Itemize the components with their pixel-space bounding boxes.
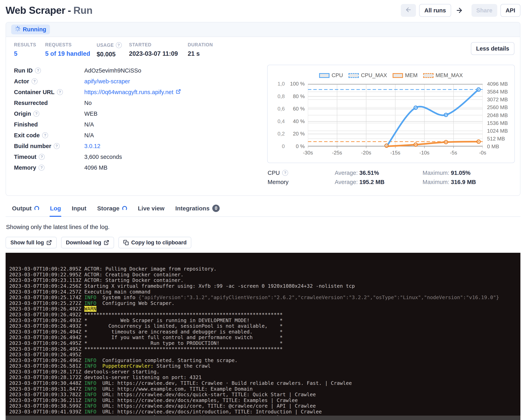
- stat-value[interactable]: 5: [14, 50, 45, 57]
- tab-log[interactable]: Log: [50, 202, 61, 216]
- log-line: 2023-03-07T10:09:26.495Z: [9, 352, 520, 358]
- stat-label: RESULTS: [14, 42, 45, 48]
- share-button[interactable]: Share: [472, 4, 497, 17]
- tab-storage[interactable]: Storage: [97, 202, 128, 216]
- log-text: Configuration completed. Starting the sc…: [96, 358, 238, 363]
- detail-label-text: Memory: [14, 164, 36, 171]
- axis-tick-label: 4096 MB: [487, 81, 517, 87]
- legend-item-mem[interactable]: MEM: [393, 72, 418, 79]
- legend-item-cpu_max[interactable]: CPU_MAX: [348, 72, 387, 79]
- log-text: URL: https://crawlee.dev/docs/examples, …: [96, 397, 298, 403]
- stat-results: RESULTS5: [14, 42, 45, 57]
- stat-label-text: REQUESTS: [45, 42, 72, 48]
- detail-row: Memory4096 MB: [14, 162, 267, 173]
- axis-tick-label: 0 MB: [487, 143, 517, 150]
- log-timestamp: 2023-03-07T10:09:26.581Z: [9, 363, 81, 369]
- memory-label: Memory: [268, 179, 335, 185]
- log-line: 2023-03-07T10:09:38.599Z INFO URL: https…: [9, 403, 520, 409]
- help-icon[interactable]: [33, 111, 39, 117]
- detail-label-text: Finished: [14, 121, 38, 128]
- title-separator: -: [68, 5, 71, 16]
- detail-value-text: N/A: [84, 121, 94, 128]
- log-timestamp: 2023-03-07T10:09:26.496Z: [9, 358, 81, 363]
- detail-label: Resurrected: [14, 100, 84, 106]
- stat-usage: USAGE$0.005: [97, 42, 129, 58]
- detail-link[interactable]: 3.0.12: [84, 143, 101, 149]
- log-line: 2023-03-07T10:09:26.581Z INFO PuppeteerC…: [9, 363, 520, 369]
- less-details-button[interactable]: Less details: [471, 42, 515, 55]
- show-full-log-button[interactable]: Show full log: [6, 237, 57, 248]
- horizontal-scrollbar[interactable]: [6, 416, 520, 420]
- copy-icon: [123, 240, 129, 245]
- stat-value[interactable]: 5 of 19 handled: [45, 50, 97, 57]
- log-info: INFO: [81, 392, 96, 397]
- axis-tick-label: 0,2: [272, 131, 285, 137]
- detail-label-text: Resurrected: [14, 100, 48, 106]
- tab-integrations[interactable]: Integrations0: [175, 202, 220, 216]
- log-text: Starting X virtual framebuffer using: Xv…: [81, 283, 355, 289]
- log-info: INFO: [81, 295, 96, 300]
- stat-label: USAGE: [97, 42, 129, 48]
- help-icon[interactable]: [42, 132, 48, 138]
- log-line: 2023-03-07T10:09:26.493Z * Concurrency i…: [9, 323, 520, 329]
- axis-tick-label: 0,8: [272, 93, 285, 100]
- help-icon[interactable]: [282, 170, 288, 176]
- log-text: URL: https://crawlee.dev, TITLE: Crawlee…: [96, 380, 352, 386]
- stat-value: 2023-03-07 11:09: [129, 50, 188, 57]
- tab-input[interactable]: Input: [71, 202, 87, 216]
- memory-maximum: Maximum: 316.9 MB: [423, 179, 476, 185]
- help-icon[interactable]: [35, 68, 41, 73]
- axis-tick-label: 1536 MB: [487, 120, 517, 126]
- legend-item-mem_max[interactable]: MEM_MAX: [423, 72, 463, 79]
- help-icon[interactable]: [57, 89, 63, 95]
- header-actions: All runs Share API: [401, 4, 520, 17]
- axis-tick-label: 0,6: [272, 106, 285, 112]
- download-log-button[interactable]: Download log: [61, 237, 114, 248]
- api-button[interactable]: API: [500, 4, 520, 17]
- actor-title: Web Scraper: [6, 5, 65, 16]
- log-text: URL: https://crawlee.dev/docs/introducti…: [96, 409, 322, 415]
- axis-tick-label: -5s: [445, 150, 463, 156]
- log-line: 2023-03-07T10:09:26.494Z * If you want f…: [9, 335, 520, 340]
- log-info: INFO: [81, 380, 96, 386]
- details-section: Run IDAdOz5evimh9NCiSSoActorapify/web-sc…: [6, 59, 520, 195]
- detail-value[interactable]: 3.0.12: [84, 143, 101, 149]
- loading-spinner-icon: [34, 206, 39, 211]
- copy-log-to-clipboard-button[interactable]: Copy log to clipboard: [118, 237, 192, 248]
- log-timestamp: 2023-03-07T10:09:26.495Z: [9, 352, 81, 358]
- arrow-right-icon: [455, 7, 463, 14]
- legend-label: CPU: [332, 72, 343, 79]
- help-icon[interactable]: [31, 78, 38, 84]
- detail-value: AdOz5evimh9NCiSSo: [84, 67, 141, 74]
- next-run-button[interactable]: [454, 4, 464, 17]
- log-text: ACTOR: Starting Docker container.: [81, 277, 183, 283]
- help-icon[interactable]: [116, 42, 122, 48]
- detail-value[interactable]: https://0q64wnacgyft.runs.apify.net: [84, 89, 181, 95]
- legend-item-cpu[interactable]: CPU: [319, 72, 343, 79]
- log-line: 2023-03-07T10:09:36.211Z INFO URL: https…: [9, 398, 520, 403]
- help-icon[interactable]: [39, 165, 45, 171]
- help-icon[interactable]: [54, 143, 60, 149]
- tab-output[interactable]: Output: [11, 202, 40, 216]
- detail-value-text: No: [84, 100, 92, 106]
- button-label: Copy log to clipboard: [131, 240, 187, 246]
- axis-tick-label: 1,0: [272, 81, 285, 87]
- log-text: * Concurrency is limited, sessionPool is…: [81, 323, 283, 329]
- log-text: * Run type to PRODUCTION! *: [81, 340, 283, 346]
- detail-row: Exit codeN/A: [14, 130, 267, 141]
- tab-live-view[interactable]: Live view: [137, 202, 165, 216]
- stat-started: STARTED2023-03-07 11:09: [129, 42, 188, 57]
- detail-value: 4096 MB: [84, 164, 107, 171]
- log-console[interactable]: 2023-03-07T10:09:22.895Z ACTOR: Pulling …: [6, 253, 520, 420]
- cpu-label-text: CPU: [268, 170, 280, 176]
- log-line: 2023-03-07T10:09:26.495Z ***************…: [9, 346, 520, 352]
- previous-run-button[interactable]: [401, 4, 416, 17]
- help-icon[interactable]: [39, 154, 45, 160]
- detail-row: Container URLhttps://0q64wnacgyft.runs.a…: [14, 87, 267, 98]
- detail-link[interactable]: https://0q64wnacgyft.runs.apify.net: [84, 89, 173, 95]
- log-line: 2023-03-07T10:09:28.171Z devtools-server…: [9, 369, 520, 375]
- detail-link[interactable]: apify/web-scraper: [84, 78, 130, 85]
- log-line: 2023-03-07T10:09:26.494Z * timeouts are …: [9, 329, 520, 335]
- all-runs-button[interactable]: All runs: [419, 4, 451, 17]
- detail-value[interactable]: apify/web-scraper: [84, 78, 130, 85]
